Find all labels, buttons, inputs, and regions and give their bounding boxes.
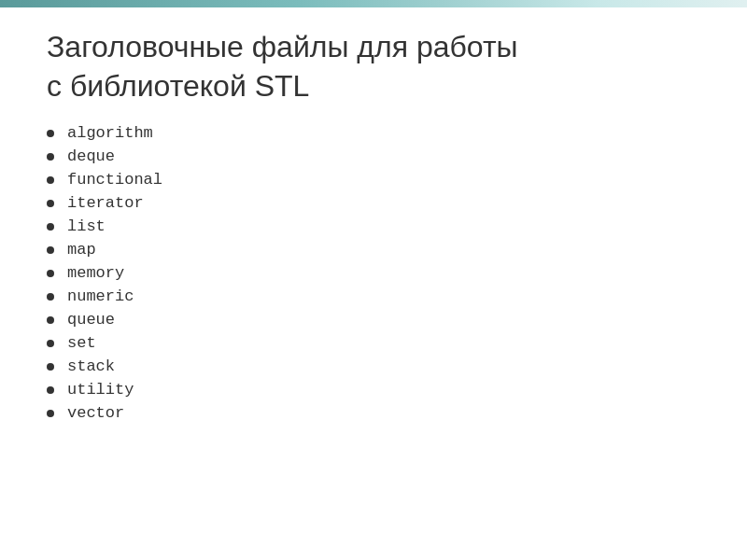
bullet-icon — [47, 270, 54, 277]
list-item-label: algorithm — [67, 124, 153, 142]
list-item: functional — [47, 171, 700, 189]
list-item: queue — [47, 311, 700, 329]
bullet-icon — [47, 176, 54, 184]
bullet-icon — [47, 293, 54, 301]
list-item-label: set — [67, 334, 96, 352]
list-item: utility — [47, 381, 700, 399]
list-item: list — [47, 217, 700, 235]
list-item-label: numeric — [67, 287, 134, 305]
list-item-label: map — [67, 241, 96, 259]
list-item-label: queue — [67, 311, 115, 329]
list-item: memory — [47, 264, 700, 282]
bullet-icon — [47, 410, 54, 417]
list-item: stack — [47, 357, 700, 375]
list-item: deque — [47, 147, 700, 165]
list-item: algorithm — [47, 124, 700, 142]
list-item-label: iterator — [67, 194, 144, 212]
stl-headers-list: algorithmdequefunctionaliteratorlistmapm… — [47, 124, 700, 422]
bullet-icon — [47, 153, 54, 161]
list-item: iterator — [47, 194, 700, 212]
list-item: vector — [47, 404, 700, 422]
list-item: map — [47, 241, 700, 259]
bullet-icon — [47, 246, 54, 254]
bullet-icon — [47, 340, 54, 347]
bullet-icon — [47, 223, 54, 231]
list-item-label: utility — [67, 381, 134, 399]
bullet-icon — [47, 363, 54, 371]
bullet-icon — [47, 130, 54, 137]
title-line1: Заголовочные файлы для работы — [47, 30, 518, 63]
bullet-icon — [47, 386, 54, 394]
list-item-label: list — [67, 217, 106, 235]
top-bar — [0, 0, 747, 7]
list-item: set — [47, 334, 700, 352]
list-item: numeric — [47, 287, 700, 305]
list-item-label: memory — [67, 264, 124, 282]
list-item-label: deque — [67, 147, 115, 165]
bullet-icon — [47, 200, 54, 207]
list-item-label: vector — [67, 404, 124, 422]
list-item-label: functional — [67, 171, 162, 189]
main-content: Заголовочные файлы для работы с библиоте… — [47, 28, 700, 532]
list-item-label: stack — [67, 357, 115, 375]
bullet-icon — [47, 316, 54, 324]
title-line2: с библиотекой STL — [47, 69, 309, 103]
slide-title: Заголовочные файлы для работы с библиоте… — [47, 28, 700, 105]
